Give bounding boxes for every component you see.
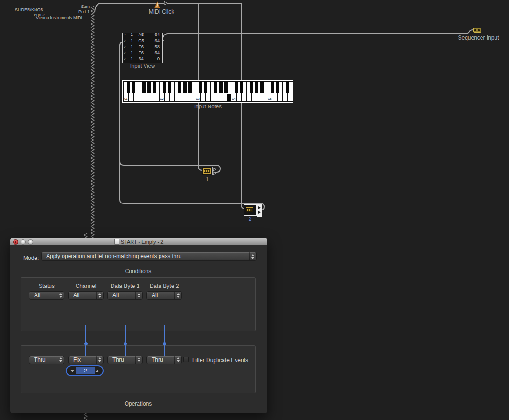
popup-stepper-icon: [96, 292, 103, 299]
mode-label: Mode:: [23, 255, 39, 261]
environment-canvas: Sum SLIDER/KNOB Port 1 Port 2 Vienna Ins…: [0, 0, 509, 420]
stepper-value[interactable]: 2: [76, 367, 95, 374]
column-header-status: Status: [29, 283, 64, 289]
black-key[interactable]: [183, 81, 187, 93]
window-titlebar[interactable]: START - Empty - 2: [10, 238, 267, 245]
black-key[interactable]: [153, 81, 156, 93]
channel-condition-popup[interactable]: All: [68, 291, 104, 300]
popup-stepper-icon: [135, 292, 142, 299]
note-icon: ♪: [123, 37, 129, 43]
stepper-increment-icon[interactable]: [95, 370, 99, 372]
transformer-icon: [246, 207, 253, 212]
black-key[interactable]: [219, 81, 223, 93]
black-key[interactable]: [127, 81, 130, 93]
black-key[interactable]: [204, 81, 207, 93]
column-header-data-byte-2: Data Byte 2: [146, 283, 182, 289]
condition-operation-connector: [125, 325, 126, 356]
black-key[interactable]: [178, 81, 181, 93]
physical-input-port-column: [91, 6, 94, 238]
physical-input-device-label: SLIDER/KNOB: [15, 7, 43, 12]
column-header-data-byte-1: Data Byte 1: [107, 283, 143, 289]
octave-label: C5: [268, 98, 272, 100]
note-icon: ♪: [123, 56, 129, 62]
data-byte-1-condition-popup[interactable]: All: [107, 291, 143, 300]
physical-input-port-sum: Sum: [61, 4, 90, 9]
black-key[interactable]: [188, 81, 192, 93]
fix-value-stepper: 2: [66, 365, 104, 376]
black-key[interactable]: [224, 81, 228, 93]
data-byte-1-operation-popup[interactable]: Thru: [107, 356, 143, 364]
document-icon: [114, 239, 119, 245]
popup-stepper-icon: [174, 292, 181, 299]
status-condition-popup[interactable]: All: [29, 291, 64, 300]
physical-input-device-label: Vienna Instruments MIDI: [36, 15, 82, 20]
black-key[interactable]: [132, 81, 135, 93]
octave-label: C4: [232, 98, 236, 100]
condition-operation-connector: [85, 325, 86, 356]
data-byte-2-condition-popup[interactable]: All: [146, 291, 182, 300]
filter-duplicate-label: Filter Duplicate Events: [192, 357, 248, 364]
sequencer-input-label: Sequencer Input: [452, 35, 505, 41]
black-key[interactable]: [276, 81, 279, 93]
output-port-icon: [213, 168, 216, 171]
black-key[interactable]: [250, 81, 253, 93]
midi-click-label: MIDI Click: [140, 8, 183, 15]
note-icon: ♪: [123, 33, 129, 37]
input-view-label: Input View: [122, 63, 163, 69]
monitor-event-row: ♪ 1 G5 64: [123, 37, 162, 43]
popup-stepper-icon: [96, 356, 103, 364]
transformer-2-object[interactable]: [244, 204, 257, 216]
input-notes-keyboard[interactable]: C1C2C3C4C5: [122, 80, 293, 103]
zoom-icon[interactable]: [28, 239, 33, 245]
black-key[interactable]: [214, 81, 217, 93]
operations-title: Operations: [21, 400, 256, 407]
midi-click-object[interactable]: MIDI Click: [140, 0, 183, 16]
transformer-window: START - Empty - 2 Mode: Apply operation …: [10, 238, 267, 413]
keyboard-keys: C1C2C3C4C5: [123, 81, 293, 102]
black-key[interactable]: [255, 81, 258, 93]
window-title: START - Empty - 2: [121, 239, 164, 245]
black-key[interactable]: [286, 81, 289, 93]
input-view-monitor[interactable]: ♪ 1 A5 64 ♪ 1 G5 64 ♪ 1 F6 58 ♪ 1 F6 64 …: [122, 33, 163, 63]
physical-input-port-1: Port 1: [61, 9, 90, 14]
black-key[interactable]: [199, 81, 202, 93]
black-key[interactable]: [235, 81, 238, 93]
octave-label: C1: [124, 98, 128, 100]
monitor-event-row: ♪ 1 A5 64: [123, 33, 162, 37]
conditions-title: Conditions: [21, 268, 256, 274]
transformer-2-output-ports: [257, 204, 262, 217]
close-icon[interactable]: [13, 239, 18, 245]
black-key[interactable]: [240, 81, 243, 93]
metronome-icon: [154, 1, 160, 8]
note-icon: ♪: [123, 49, 129, 56]
transformer-icon: [203, 168, 211, 174]
octave-label: C2: [160, 98, 164, 100]
data-byte-2-operation-popup[interactable]: Thru: [146, 356, 182, 364]
sequencer-input-object[interactable]: Sequencer Input: [452, 27, 505, 43]
filter-duplicate-checkbox[interactable]: [183, 357, 189, 362]
black-key[interactable]: [271, 81, 274, 93]
transformer-2-label: 2: [243, 216, 258, 222]
black-key[interactable]: [147, 81, 151, 93]
popup-stepper-icon: [57, 292, 64, 299]
window-title-group: START - Empty - 2: [114, 239, 164, 245]
popup-stepper-icon: [57, 356, 64, 364]
stepper-decrement-icon[interactable]: [70, 370, 74, 372]
black-key[interactable]: [163, 81, 166, 93]
channel-operation-popup[interactable]: Fix: [68, 356, 104, 364]
cable-inputview-to-sequencer-input: [163, 30, 473, 38]
transformer-1-object[interactable]: [202, 167, 213, 175]
monitor-event-row: ♪ 1 F6 58: [123, 43, 162, 49]
black-key[interactable]: [142, 81, 146, 93]
column-header-channel: Channel: [68, 283, 104, 289]
mode-popup[interactable]: Apply operation and let non-matching eve…: [41, 252, 257, 261]
black-key[interactable]: [168, 81, 171, 93]
minimize-icon[interactable]: [21, 239, 26, 245]
status-operation-popup[interactable]: Thru: [29, 356, 64, 364]
input-notes-label: Input Notes: [122, 104, 293, 109]
pressed-key-highlight: [227, 94, 231, 101]
midi-socket-icon: [473, 28, 481, 33]
octave-label: C3: [196, 98, 200, 100]
note-icon: ♪: [123, 43, 129, 49]
black-key[interactable]: [260, 81, 264, 93]
